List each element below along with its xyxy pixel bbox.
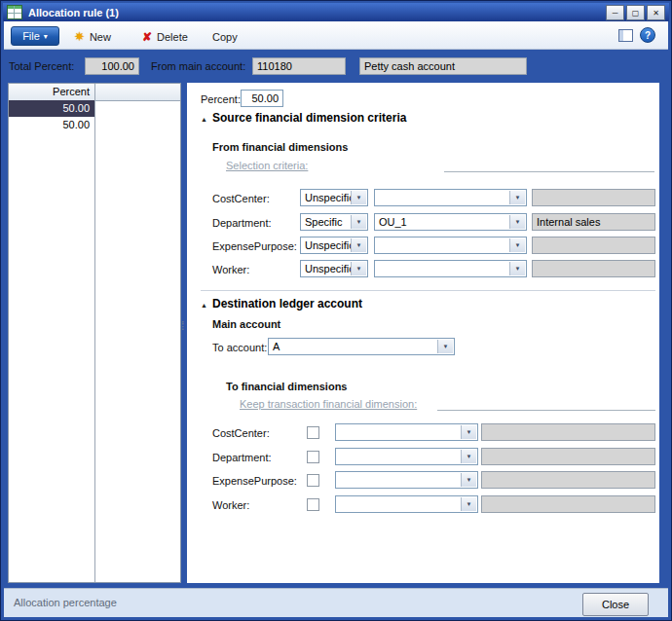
copy-button[interactable]: Copy: [207, 27, 243, 46]
splitter-handle[interactable]: ⁞: [181, 322, 184, 331]
window-title: Allocation rule (1): [28, 7, 119, 18]
maximize-button[interactable]: ▢: [626, 5, 645, 20]
new-icon: ✷: [74, 30, 85, 43]
status-text: Allocation percentage: [14, 597, 117, 608]
expensepurpose-label: ExpensePurpose:: [212, 240, 297, 252]
grid-column-divider: [94, 84, 95, 582]
dest-worker-checkbox[interactable]: [307, 498, 319, 511]
costcenter-mode-value: Unspecific: [305, 192, 355, 203]
section-expander-icon[interactable]: ▲: [201, 302, 207, 309]
grid-row[interactable]: 50.00: [9, 117, 94, 133]
dest-expensepurpose-description-field: [481, 471, 655, 489]
department-mode-value: Specific: [305, 216, 343, 228]
dest-costcenter-label: CostCenter:: [212, 427, 270, 439]
costcenter-value-select[interactable]: ▼: [374, 189, 527, 206]
dest-worker-label: Worker:: [212, 499, 249, 511]
section-expander-icon[interactable]: ▲: [201, 116, 207, 123]
allocation-rule-window: Allocation rule (1) ─ ▢ ✕ File ▾ ✷ New ✘…: [0, 0, 672, 621]
new-button[interactable]: ✷ New: [69, 27, 116, 46]
minimize-button[interactable]: ─: [606, 5, 624, 20]
grid-row-selected[interactable]: 50.00: [9, 100, 94, 117]
from-financial-dimensions-heading: From financial dimensions: [212, 141, 348, 153]
expensepurpose-description-field: [532, 237, 655, 254]
copy-button-label: Copy: [212, 31, 238, 43]
dest-department-checkbox[interactable]: [307, 451, 319, 463]
percent-column-header[interactable]: Percent: [9, 84, 94, 100]
to-account-value: A: [273, 341, 280, 352]
percent-label: Percent:: [201, 93, 241, 105]
delete-button-label: Delete: [157, 31, 188, 43]
close-button[interactable]: Close: [582, 593, 649, 616]
chevron-down-icon[interactable]: ▼: [351, 238, 366, 252]
worker-mode-value: Unspecific: [305, 263, 355, 274]
from-main-account-label: From main account:: [151, 60, 245, 72]
destination-section-title[interactable]: Destination ledger account: [212, 297, 362, 310]
from-main-account-name-field: Petty cash account: [359, 57, 527, 75]
costcenter-description-field: [532, 189, 655, 206]
dest-costcenter-select[interactable]: ▼: [335, 423, 478, 441]
layout-icon[interactable]: [618, 29, 633, 42]
dest-expensepurpose-select[interactable]: ▼: [335, 471, 478, 489]
worker-value-select[interactable]: ▼: [374, 260, 527, 277]
chevron-down-icon[interactable]: ▼: [351, 215, 366, 229]
percent-input[interactable]: 50.00: [241, 90, 283, 107]
department-mode-select[interactable]: Specific ▼: [300, 213, 368, 231]
dest-worker-description-field: [481, 495, 655, 513]
expensepurpose-mode-value: Unspecific: [305, 239, 355, 251]
delete-button[interactable]: ✘ Delete: [137, 27, 193, 46]
file-menu-button[interactable]: File ▾: [11, 26, 59, 46]
dest-department-select[interactable]: ▼: [335, 448, 478, 465]
delete-icon: ✘: [142, 31, 152, 43]
to-financial-dimensions-heading: To financial dimensions: [226, 381, 347, 392]
dest-worker-select[interactable]: ▼: [335, 495, 478, 513]
total-percent-label: Total Percent:: [9, 60, 74, 72]
total-percent-field: 100.00: [85, 57, 139, 75]
dest-costcenter-checkbox[interactable]: [307, 426, 319, 439]
percent-grid: Percent 50.00 50.00: [8, 83, 181, 583]
selection-criteria-field[interactable]: [444, 171, 654, 172]
chevron-down-icon[interactable]: ▼: [351, 262, 366, 275]
keep-transaction-label: Keep transaction financial dimension:: [240, 398, 417, 410]
chevron-down-icon: ▾: [44, 32, 48, 41]
worker-mode-select[interactable]: Unspecific ▼: [300, 260, 368, 277]
chevron-down-icon[interactable]: ▼: [509, 191, 525, 204]
department-value: OU_1: [379, 216, 407, 228]
chevron-down-icon[interactable]: ▼: [509, 238, 525, 252]
chevron-down-icon[interactable]: ▼: [461, 473, 476, 487]
costcenter-label: CostCenter:: [212, 193, 270, 204]
chevron-down-icon[interactable]: ▼: [461, 450, 476, 463]
dest-costcenter-description-field: [481, 423, 655, 441]
dest-department-label: Department:: [212, 452, 272, 463]
worker-description-field: [532, 260, 655, 277]
expensepurpose-mode-select[interactable]: Unspecific ▼: [300, 237, 368, 254]
department-label: Department:: [212, 217, 272, 229]
costcenter-mode-select[interactable]: Unspecific ▼: [300, 189, 368, 206]
app-icon[interactable]: [7, 5, 22, 19]
dest-department-description-field: [481, 448, 655, 465]
section-divider: [201, 290, 655, 291]
department-value-select[interactable]: OU_1 ▼: [374, 213, 527, 231]
close-window-button[interactable]: ✕: [647, 5, 665, 20]
dest-expensepurpose-label: ExpensePurpose:: [212, 475, 297, 487]
status-bar: Allocation percentage Close: [4, 588, 668, 617]
file-menu-label: File: [22, 30, 40, 42]
chevron-down-icon[interactable]: ▼: [509, 215, 525, 229]
help-icon[interactable]: ?: [640, 27, 655, 43]
close-button-label: Close: [602, 599, 629, 610]
to-account-select[interactable]: A ▼: [268, 338, 455, 355]
worker-label: Worker:: [212, 264, 249, 275]
source-section-title[interactable]: Source financial dimension criteria: [212, 111, 406, 125]
new-button-label: New: [90, 31, 111, 43]
expensepurpose-value-select[interactable]: ▼: [374, 237, 527, 254]
chevron-down-icon[interactable]: ▼: [509, 262, 525, 275]
keep-transaction-field[interactable]: [437, 410, 655, 411]
chevron-down-icon[interactable]: ▼: [437, 340, 453, 353]
selection-criteria-label: Selection criteria:: [226, 160, 308, 171]
chevron-down-icon[interactable]: ▼: [351, 191, 366, 204]
department-description-field: Internal sales: [532, 213, 655, 231]
title-bar[interactable]: Allocation rule (1) ─ ▢ ✕: [3, 3, 669, 21]
dest-expensepurpose-checkbox[interactable]: [307, 474, 319, 487]
chevron-down-icon[interactable]: ▼: [461, 497, 476, 511]
chevron-down-icon[interactable]: ▼: [461, 425, 476, 439]
to-account-label: To account:: [212, 342, 267, 353]
